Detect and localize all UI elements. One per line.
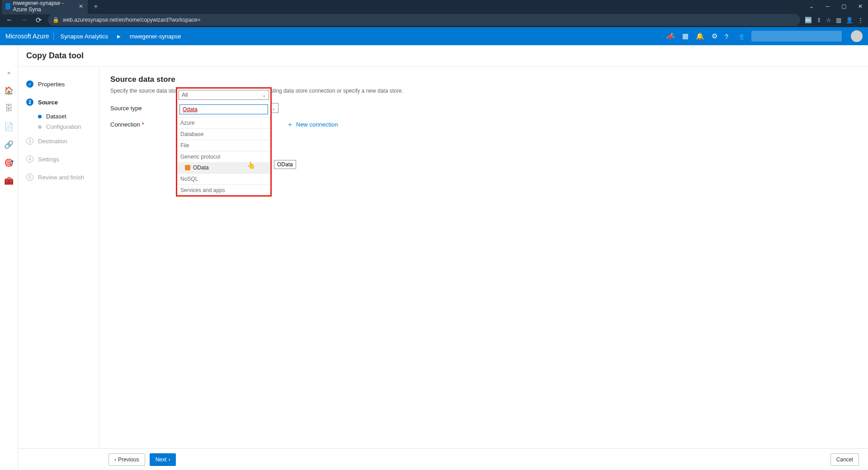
overflow-menu-icon[interactable]: ⋮ [858,17,863,24]
step-source[interactable]: 2 Source [26,93,95,111]
window-close-icon[interactable]: ✕ [855,2,865,10]
translate-icon[interactable]: 🔤 [805,17,812,24]
cancel-button[interactable]: Cancel [830,453,859,466]
chevron-down-icon[interactable]: ⌄ [807,2,816,10]
new-tab-button[interactable]: ＋ [92,2,99,11]
step-number-icon: 5 [26,174,33,181]
expand-rail-icon[interactable]: » [7,70,10,76]
new-connection-button[interactable]: ＋ New connection [287,120,338,129]
dashboard-icon[interactable]: ▦ [682,32,689,40]
wizard-footer: ‹ Previous Next › Cancel [18,448,868,470]
label-source-type: Source type [110,105,187,112]
tooltip-odata: OData [274,160,296,169]
wizard-content: Source data store Specify the source dat… [99,67,868,470]
azure-top-bar: Microsoft Azure Synapse Analytics ▶ mweg… [0,27,868,45]
url-text: web.azuresynapse.net/en/home/copywizard?… [63,17,201,23]
step-destination: 3 Destination [26,132,95,150]
option-group-services[interactable]: Services and apps [177,184,271,196]
option-group-azure[interactable]: Azure [177,117,271,128]
person-feedback-icon[interactable]: 👥 [736,32,744,40]
chevron-right-icon: › [168,456,170,463]
lock-icon: 🔒 [52,17,59,23]
substep-dataset[interactable]: Dataset [26,111,95,122]
chevron-down-icon: ⌄ [262,93,266,98]
help-icon[interactable]: ? [725,33,728,40]
data-icon[interactable]: 🗄 [4,103,14,114]
option-group-file[interactable]: File [177,140,271,151]
option-group-nosql[interactable]: NoSQL [177,173,271,184]
share-icon[interactable]: ⇪ [816,17,821,24]
previous-button[interactable]: ‹ Previous [108,453,145,466]
step-settings: 4 Settings [26,150,95,168]
section-heading: Source data store [110,75,857,84]
bookmark-icon[interactable]: ☆ [826,17,831,24]
step-number-icon: 3 [26,137,33,145]
step-review: 5 Review and finish [26,168,95,186]
window-minimize-icon[interactable]: ─ [823,2,832,10]
step-number-icon: 4 [26,155,33,163]
user-account-chip[interactable] [751,31,842,42]
dropdown-search-input[interactable] [179,104,268,114]
integrate-icon[interactable]: 🔗 [4,139,14,150]
settings-icon[interactable]: ⚙ [712,32,717,40]
option-odata[interactable]: OData [177,162,271,173]
wizard-steps-panel: ✓ Properties 2 Source Dataset Configurat… [18,67,99,470]
option-group-database[interactable]: Database [177,128,271,140]
sidepanel-icon[interactable]: ▥ [836,17,841,24]
monitor-icon[interactable]: 🎯 [4,157,14,168]
tab-title: mwegener-synapse - Azure Syna [13,0,73,13]
manage-icon[interactable]: 🧰 [4,175,14,186]
check-icon: ✓ [26,80,33,88]
develop-icon[interactable]: 📄 [4,121,14,132]
odata-service-icon [185,165,190,170]
chevron-right-icon: ▶ [114,34,123,39]
step-properties[interactable]: ✓ Properties [26,75,95,93]
notifications-icon[interactable]: 🔔 [696,32,704,40]
step-number-icon: 2 [26,99,33,106]
browser-chrome: mwegener-synapse - Azure Syna ✕ ＋ ⌄ ─ ▢ … [0,0,868,27]
home-icon[interactable]: 🏠 [4,85,14,96]
source-type-select-echo[interactable]: All ⌄ [179,90,269,100]
source-type-dropdown: All ⌄ Azure Database File Generic protoc… [176,88,271,196]
avatar[interactable] [851,30,863,42]
close-tab-icon[interactable]: ✕ [79,3,83,9]
chevron-left-icon: ‹ [114,456,116,463]
feedback-icon[interactable]: 📣 [666,32,675,40]
label-connection: Connection [110,121,187,128]
address-bar[interactable]: 🔒 web.azuresynapse.net/en/home/copywizar… [48,14,800,26]
option-group-generic[interactable]: Generic protocol [177,151,271,162]
substep-configuration: Configuration [26,122,95,132]
breadcrumb-workspace[interactable]: mwegener-synapse [130,33,181,40]
profile-icon[interactable]: 👤 [846,17,853,24]
brand-label: Microsoft Azure [5,33,54,40]
tab-favicon [5,3,10,9]
browser-tab[interactable]: mwegener-synapse - Azure Syna ✕ [2,0,88,14]
page-title: Copy Data tool [18,45,868,67]
plus-icon: ＋ [287,120,293,129]
window-maximize-icon[interactable]: ▢ [839,2,849,10]
forward-button[interactable]: → [19,16,29,24]
reload-button[interactable]: ⟳ [33,16,43,24]
dot-icon [38,125,42,129]
chevron-down-icon: ⌄ [272,106,275,111]
left-icon-rail: » 🏠 🗄 📄 🔗 🎯 🧰 [0,67,18,470]
next-button[interactable]: Next › [150,453,176,466]
back-button[interactable]: ← [5,16,14,24]
dot-icon [38,115,42,118]
breadcrumb-root[interactable]: Synapse Analytics [60,33,108,40]
